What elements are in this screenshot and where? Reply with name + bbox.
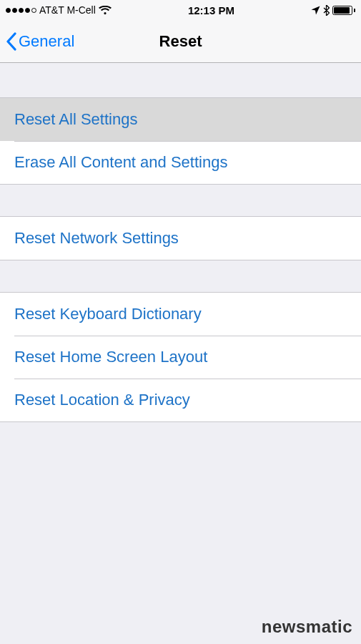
status-left: AT&T M-Cell bbox=[6, 4, 112, 16]
settings-group: Reset Network Settings bbox=[0, 216, 361, 260]
battery-icon bbox=[332, 6, 355, 15]
bluetooth-icon bbox=[323, 5, 330, 16]
settings-group: Reset Keyboard DictionaryReset Home Scre… bbox=[0, 292, 361, 422]
watermark: newsmatic bbox=[262, 617, 352, 637]
signal-strength-icon bbox=[6, 8, 36, 13]
chevron-left-icon bbox=[6, 32, 17, 51]
row-label: Reset Keyboard Dictionary bbox=[14, 305, 202, 323]
settings-group: Reset All SettingsErase All Content and … bbox=[0, 97, 361, 185]
status-right bbox=[311, 5, 355, 16]
status-time: 12:13 PM bbox=[188, 4, 234, 16]
row-label: Erase All Content and Settings bbox=[14, 153, 227, 172]
row-label: Reset Location & Privacy bbox=[14, 391, 190, 409]
row-label: Reset Network Settings bbox=[14, 229, 179, 248]
reset-keyboard-dictionary-row[interactable]: Reset Keyboard Dictionary bbox=[0, 293, 361, 336]
row-label: Reset Home Screen Layout bbox=[14, 348, 207, 366]
back-button[interactable]: General bbox=[6, 32, 74, 51]
wifi-icon bbox=[99, 6, 112, 15]
back-label: General bbox=[19, 32, 74, 51]
reset-all-settings-row[interactable]: Reset All Settings bbox=[0, 98, 361, 141]
location-icon bbox=[311, 6, 320, 15]
reset-network-settings-row[interactable]: Reset Network Settings bbox=[0, 217, 361, 260]
nav-bar: General Reset bbox=[0, 20, 361, 63]
reset-home-screen-layout-row[interactable]: Reset Home Screen Layout bbox=[0, 336, 361, 379]
row-label: Reset All Settings bbox=[14, 110, 137, 129]
status-bar: AT&T M-Cell 12:13 PM bbox=[0, 0, 361, 20]
erase-all-content-row[interactable]: Erase All Content and Settings bbox=[0, 141, 361, 184]
reset-location-privacy-row[interactable]: Reset Location & Privacy bbox=[0, 379, 361, 421]
carrier-label: AT&T M-Cell bbox=[39, 4, 96, 16]
